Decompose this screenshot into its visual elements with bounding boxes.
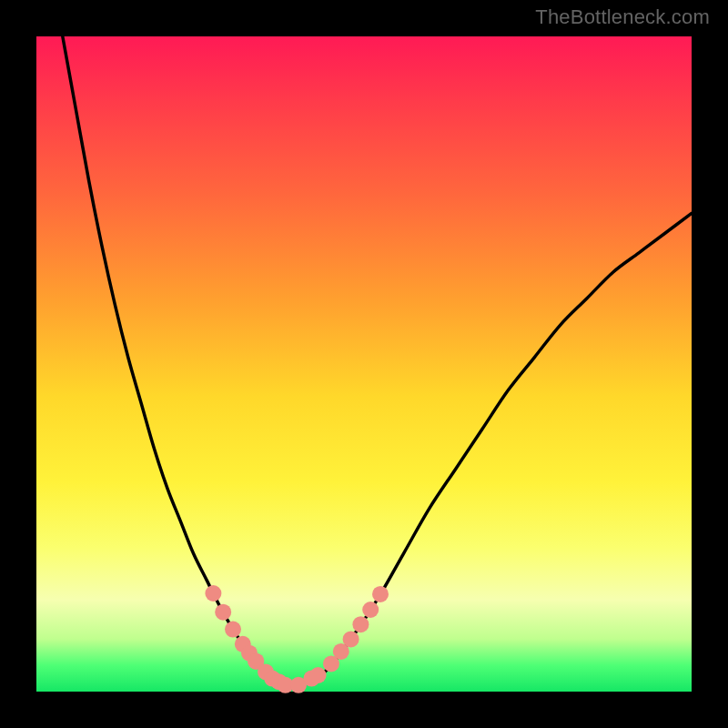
heatmap-gradient [36, 36, 692, 692]
chart-stage: TheBottleneck.com [0, 0, 728, 728]
watermark-text: TheBottleneck.com [535, 5, 710, 29]
